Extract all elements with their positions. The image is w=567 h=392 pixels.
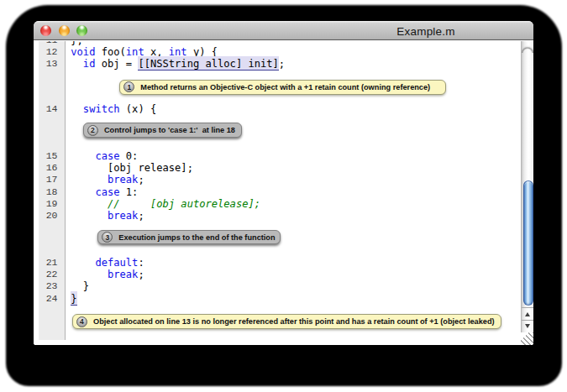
line-number: 22 xyxy=(39,269,66,280)
source-code: case 1: xyxy=(66,186,521,198)
code-segment-keyword: break xyxy=(108,174,138,186)
window-title: Example.m xyxy=(396,25,454,38)
code-segment-plain: ; xyxy=(138,210,144,222)
code-segment-keyword: id xyxy=(83,58,96,70)
path-index-badge: 2 xyxy=(87,125,98,136)
message-text: Execution jumps to the end of the functi… xyxy=(118,232,275,243)
source-code: case 0: xyxy=(66,150,521,162)
source-code: break; xyxy=(66,269,521,280)
analyzer-message-2: 2Control jumps to 'case 1:' at line 18 xyxy=(83,123,242,138)
code-segment-plain xyxy=(71,58,83,70)
line-number xyxy=(39,305,66,340)
code-segment-plain xyxy=(71,174,108,186)
bubble-row-2: 2Control jumps to 'case 1:' at line 18 xyxy=(39,115,522,149)
code-segment-keyword: switch xyxy=(83,103,120,115)
resize-grip[interactable] xyxy=(521,332,533,345)
bubble-cell: 4Object allocated on line 13 is no longe… xyxy=(66,305,521,340)
code-segment-keyword: void xyxy=(71,46,95,58)
message-text: Method returns an Objective-C object wit… xyxy=(140,81,430,93)
code-line-15: 15 case 0: xyxy=(39,150,522,162)
minimize-button[interactable] xyxy=(59,25,70,36)
code-line-17: 17 break; xyxy=(39,174,522,186)
code-segment-keyword: case xyxy=(95,150,119,162)
scroll-track-cap xyxy=(522,41,533,53)
code-segment-plain: 1: xyxy=(120,186,139,198)
scroll-buttons xyxy=(522,307,533,332)
code-segment-keyword: case xyxy=(95,186,119,198)
code-segment-plain: ; xyxy=(279,58,285,70)
bubble-cell: 2Control jumps to 'case 1:' at line 18 xyxy=(66,115,521,149)
code-segment-plain: ; xyxy=(138,269,144,280)
line-number: 24 xyxy=(39,293,66,305)
code-segment-range: } xyxy=(71,291,76,306)
code-segment-plain xyxy=(71,257,95,269)
source-code: switch (x) { xyxy=(66,103,521,115)
line-number: 12 xyxy=(39,46,66,58)
code-line-19: 19 // [obj autorelease]; xyxy=(39,198,522,210)
message-text: Object allocated on line 13 is no longer… xyxy=(93,316,495,327)
code-line-16: 16 [obj release]; xyxy=(39,162,522,174)
code-segment-plain: [obj release]; xyxy=(71,162,193,174)
line-number: 15 xyxy=(39,150,66,162)
zoom-button[interactable] xyxy=(76,25,87,36)
code-segment-plain: ; xyxy=(138,174,144,186)
source-code: break; xyxy=(66,174,521,186)
line-number xyxy=(39,222,66,257)
line-number xyxy=(39,71,66,103)
scroll-up-button[interactable] xyxy=(522,308,533,321)
code-segment-plain: obj = xyxy=(95,58,138,70)
line-number xyxy=(39,115,66,149)
code-line-23: 23 } xyxy=(39,280,522,292)
code-segment-range: [[NSString alloc] init] xyxy=(138,56,278,71)
code-line-12: 12void foo(int x, int y) { xyxy=(39,46,522,58)
example-window: Example.m 11};12void foo(int x, int y) {… xyxy=(34,21,533,345)
vertical-scrollbar[interactable] xyxy=(521,41,533,346)
path-index-badge: 4 xyxy=(76,316,87,327)
analyzer-report-page: 11};12void foo(int x, int y) {13 id obj … xyxy=(34,41,521,346)
bubble-cell: 1Method returns an Objective-C object wi… xyxy=(66,71,521,103)
source-code: id obj = [[NSString alloc] init]; xyxy=(66,58,521,70)
line-number: 18 xyxy=(39,186,66,198)
down-arrow-icon xyxy=(525,324,530,328)
code-line-20: 20 break; xyxy=(39,210,522,222)
code-segment-keyword: default xyxy=(95,257,138,269)
code-segment-keyword: break xyxy=(108,269,138,280)
path-index-badge: 1 xyxy=(123,81,134,92)
code-line-22: 22 break; xyxy=(39,269,522,280)
scroll-thumb[interactable] xyxy=(523,180,534,306)
code-segment-plain xyxy=(71,103,83,115)
source-code: default: xyxy=(66,257,521,269)
source-code: [obj release]; xyxy=(66,162,521,174)
code-segment-keyword: break xyxy=(108,210,138,222)
line-number: 19 xyxy=(39,198,66,210)
line-number: 23 xyxy=(39,280,66,292)
up-arrow-icon xyxy=(525,312,530,316)
code-segment-plain xyxy=(71,150,95,162)
code-segment-plain: : xyxy=(138,257,144,269)
code-segment-plain: (x) { xyxy=(120,103,157,115)
code-line-13: 13 id obj = [[NSString alloc] init]; xyxy=(39,58,522,70)
code-segment-plain: 0: xyxy=(120,150,139,162)
desktop-background: Example.m 11};12void foo(int x, int y) {… xyxy=(0,0,567,392)
analyzer-message-3: 3Execution jumps to the end of the funct… xyxy=(97,230,281,245)
close-button[interactable] xyxy=(40,25,51,36)
code-segment-comment: // [obj autorelease]; xyxy=(108,198,260,210)
code-line-18: 18 case 1: xyxy=(39,186,522,198)
bubble-cell: 3Execution jumps to the end of the funct… xyxy=(66,222,521,257)
message-text: Control jumps to 'case 1:' at line 18 xyxy=(104,124,235,136)
code-segment-plain xyxy=(71,269,108,280)
line-number: 16 xyxy=(39,162,66,174)
scroll-down-button[interactable] xyxy=(522,320,533,332)
line-number: 13 xyxy=(39,58,66,70)
code-segment-plain: foo( xyxy=(95,46,125,58)
bubble-row-3: 3Execution jumps to the end of the funct… xyxy=(39,222,522,257)
analyzer-message-1: 1Method returns an Objective-C object wi… xyxy=(119,80,446,95)
path-index-badge: 3 xyxy=(102,232,113,243)
code-segment-plain xyxy=(71,198,108,210)
report-content: 11};12void foo(int x, int y) {13 id obj … xyxy=(34,41,533,346)
code-table: 11};12void foo(int x, int y) {13 id obj … xyxy=(39,41,522,341)
line-number: 17 xyxy=(39,174,66,186)
title-bar[interactable]: Example.m xyxy=(34,21,533,40)
line-number: 20 xyxy=(39,210,66,222)
code-line-14: 14 switch (x) { xyxy=(39,103,522,115)
